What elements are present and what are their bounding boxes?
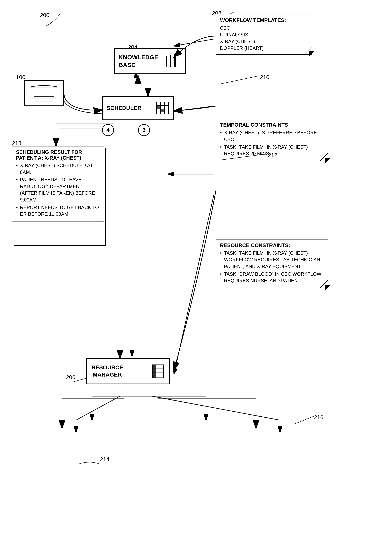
svg-marker-21: [320, 153, 328, 161]
ref-216-line: [292, 414, 316, 426]
resource-arrows-svg: [76, 380, 256, 452]
scheduling-result-box: SCHEDULING RESULT FOR PATIENT A: X-RAY (…: [12, 146, 104, 221]
resource-constraint-1: TASK "TAKE FILM" IN X-RAY (CHEST) WORKFL…: [220, 250, 324, 270]
scheduler-box: SCHEDULER: [102, 96, 174, 120]
svg-rect-18: [157, 106, 160, 109]
torn-corner-2: [320, 153, 328, 161]
scheduling-result-2: PATIENT NEEDS TO LEAVE RADIOLOGY DEPARTM…: [16, 176, 100, 203]
input-device-box: [24, 80, 64, 106]
resource-constraint-2: TASK "DRAW BLOOD" IN CBC WORKFLOW REQUIR…: [220, 271, 324, 284]
svg-rect-6: [166, 56, 170, 67]
ref-200-curve: [44, 12, 68, 28]
svg-rect-8: [170, 55, 174, 67]
workflow-templates-title: WORKFLOW TEMPLATES:: [220, 17, 308, 24]
books-icon: [165, 53, 181, 69]
torn-corner-4: [96, 213, 104, 221]
scheduling-result-list: X-RAY (CHEST) SCHEDULED AT 8AM. PATIENT …: [16, 162, 100, 217]
diagram-container: 200 100 204 KNOWLEDGE BASE: [0, 0, 392, 536]
temporal-constraints-title: TEMPORAL CONSTRAINTS:: [220, 122, 324, 128]
circle-4: 4: [102, 124, 114, 136]
workflow-templates-content: CBC URINALYSIS X-RAY (CHEST) DOPPLER (HE…: [220, 25, 308, 52]
ref-212-line: [218, 152, 270, 162]
svg-rect-25: [153, 365, 156, 378]
svg-rect-10: [174, 54, 179, 67]
ref-210-line: [218, 74, 262, 86]
ref-100: 100: [16, 74, 25, 80]
resource-manager-icon: [152, 364, 165, 379]
torn-corner-1: [304, 47, 312, 55]
torn-corner-3: [320, 280, 328, 288]
resource-constraints-list: TASK "TAKE FILM" IN X-RAY (CHEST) WORKFL…: [220, 250, 324, 284]
svg-marker-22: [320, 280, 328, 288]
svg-marker-20: [304, 47, 312, 55]
svg-rect-19: [161, 109, 164, 112]
svg-marker-23: [96, 213, 104, 221]
circle-3: 3: [138, 124, 150, 136]
scheduling-result-3: REPORT NEEDS TO GET BACK TO ER BEFORE 11…: [16, 204, 100, 217]
scanner-icon: [28, 83, 60, 103]
workflow-templates-box: WORKFLOW TEMPLATES: CBC URINALYSIS X-RAY…: [216, 14, 312, 55]
scheduling-result-title: SCHEDULING RESULT FOR PATIENT A: X-RAY (…: [16, 149, 100, 161]
knowledge-base-box: KNOWLEDGE BASE: [114, 48, 186, 74]
resource-manager-title: RESOURCE MANAGER: [91, 364, 123, 379]
scheduler-icon: [155, 101, 169, 115]
resource-constraints-box: RESOURCE CONSTRAINTS: TASK "TAKE FILM" I…: [216, 239, 328, 288]
ref-214-line: [76, 456, 102, 466]
scheduler-title: SCHEDULER: [107, 104, 141, 112]
scheduling-result-1: X-RAY (CHEST) SCHEDULED AT 8AM.: [16, 162, 100, 175]
knowledge-base-title: KNOWLEDGE BASE: [119, 53, 163, 69]
svg-rect-2: [34, 95, 54, 97]
resource-constraints-title: RESOURCE CONSTRAINTS:: [220, 242, 324, 249]
temporal-constraint-1: X-RAY (CHEST) IS PREFERRED BEFORE CBC.: [220, 129, 324, 143]
